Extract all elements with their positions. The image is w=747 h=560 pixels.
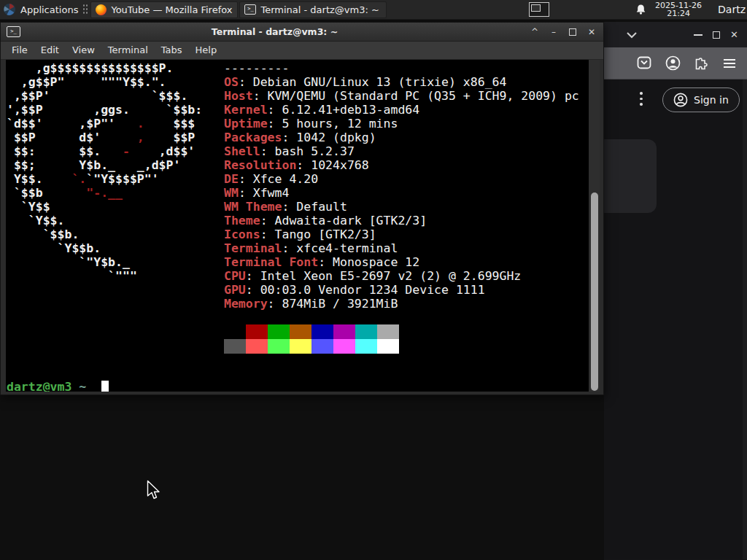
firefox-close-button[interactable]: ✕ — [730, 30, 738, 39]
palette-swatch — [224, 339, 246, 354]
terminal-window-icon: >_ — [7, 26, 20, 37]
terminal-cursor — [101, 381, 109, 392]
palette-row-1 — [224, 324, 399, 339]
firefox-titlebar: ✕ — [604, 22, 747, 47]
palette-swatch — [311, 339, 333, 354]
palette-swatch — [333, 324, 355, 339]
palette-swatch — [355, 324, 377, 339]
terminal-scrollbar-thumb[interactable] — [591, 192, 598, 391]
terminal-titlebar[interactable]: >_ Terminal - dartz@vm3: ~ ^ – ✕ — [1, 23, 603, 42]
terminal-icon: >_ — [244, 4, 256, 15]
palette-swatch — [377, 324, 399, 339]
menu-item-tabs[interactable]: Tabs — [155, 42, 189, 59]
neofetch-ascii-logo: ,g$$$$$$$$$$$$$$$P. ,g$$P" """Y$$.". ,$$… — [7, 61, 202, 283]
task-title: YouTube — Mozilla Firefox — [111, 4, 232, 15]
palette-swatch — [224, 324, 246, 339]
applications-icon — [3, 3, 16, 16]
mouse-cursor — [147, 480, 160, 500]
terminal-screen[interactable]: ,g$$$$$$$$$$$$$$$P. ,g$$P" """Y$$.". ,$$… — [6, 60, 600, 392]
workspace-pager[interactable] — [529, 2, 549, 17]
firefox-minimize-button[interactable] — [694, 34, 703, 36]
user-label: Dartz — [718, 4, 746, 15]
menu-item-file[interactable]: File — [5, 42, 34, 59]
applications-label: Applications — [20, 4, 78, 15]
firefox-toolbar — [604, 47, 747, 79]
palette-swatch — [268, 324, 290, 339]
task-title: Terminal - dartz@vm3: ~ — [260, 4, 379, 15]
palette-swatch — [355, 339, 377, 354]
clock[interactable]: 2025-11-26 21:24 — [655, 1, 702, 18]
firefox-maximize-button[interactable] — [713, 31, 720, 39]
chevron-down-icon[interactable] — [626, 31, 638, 39]
palette-swatch — [290, 339, 311, 354]
clock-time: 21:24 — [655, 9, 702, 18]
taskbar-window-button-terminal[interactable]: >_ Terminal - dartz@vm3: ~ — [239, 1, 387, 18]
pager-window-preview — [531, 4, 541, 12]
menu-item-terminal[interactable]: Terminal — [101, 42, 155, 59]
firefox-icon — [96, 4, 107, 15]
palette-swatch — [268, 339, 290, 354]
panel-grip-handle[interactable] — [82, 4, 88, 15]
taskbar-window-button-firefox[interactable]: YouTube — Mozilla Firefox — [90, 1, 238, 18]
minimize-button[interactable]: – — [548, 26, 560, 38]
prompt-path: ~ — [79, 380, 86, 392]
terminal-menubar: FileEditViewTerminalTabsHelp — [1, 42, 603, 60]
firefox-scrollbar[interactable] — [743, 79, 747, 559]
extensions-puzzle-icon[interactable] — [693, 55, 709, 71]
firefox-page-content: Sign in — [604, 79, 747, 559]
taskbar: Applications YouTube — Mozilla Firefox >… — [0, 0, 747, 20]
maximize-icon — [569, 28, 576, 36]
terminal-window-title: Terminal - dartz@vm3: ~ — [20, 26, 529, 37]
palette-swatch — [333, 339, 355, 354]
applications-menu-button[interactable]: Applications — [0, 0, 82, 19]
menu-hamburger-icon[interactable] — [721, 55, 738, 71]
firefox-window: ✕ — [604, 22, 747, 560]
menu-item-edit[interactable]: Edit — [34, 42, 66, 59]
palette-swatch — [311, 324, 333, 339]
maximize-button[interactable] — [567, 26, 578, 38]
palette-row-2 — [224, 339, 399, 354]
palette-swatch — [377, 339, 399, 354]
signin-button[interactable]: Sign in — [662, 88, 740, 112]
menu-item-help[interactable]: Help — [189, 42, 224, 59]
account-icon[interactable] — [665, 55, 681, 71]
bell-icon — [635, 4, 646, 15]
pocket-icon[interactable] — [636, 55, 652, 71]
menu-item-view[interactable]: View — [66, 42, 101, 59]
kebab-menu-icon[interactable] — [640, 92, 643, 106]
terminal-scrollbar-track[interactable] — [589, 60, 600, 392]
palette-swatch — [246, 324, 268, 339]
close-button[interactable]: ✕ — [586, 26, 597, 38]
prompt-user-host: dartz@vm3 — [7, 380, 71, 392]
person-circle-icon — [673, 93, 688, 107]
shell-prompt: dartz@vm3:~$ — [7, 380, 109, 392]
palette-swatch — [246, 339, 268, 354]
terminal-window: >_ Terminal - dartz@vm3: ~ ^ – ✕ FileEdi… — [0, 22, 604, 395]
palette-swatch — [290, 324, 311, 339]
desktop: Applications YouTube — Mozilla Firefox >… — [0, 0, 747, 560]
shade-button[interactable]: ^ — [529, 26, 541, 38]
signin-label: Sign in — [694, 94, 729, 106]
neofetch-info: ---------OS: Debian GNU/Linux 13 (trixie… — [224, 61, 579, 311]
notifications-button[interactable] — [635, 4, 646, 15]
